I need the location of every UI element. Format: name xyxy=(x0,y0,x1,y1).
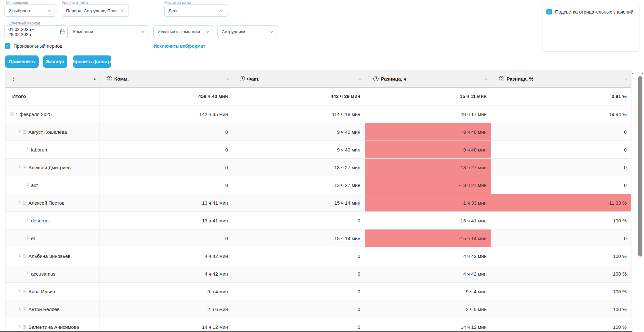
tree-branch-icon: └ xyxy=(18,130,21,134)
expand-icon[interactable]: + xyxy=(23,325,26,329)
export-button[interactable]: Экспорт xyxy=(43,55,67,68)
table-body: −1 февраля 2025142 ч 35 мин114 ч 18 мин2… xyxy=(5,105,631,332)
column-header-diff-hours[interactable]: ?Разница, ч ▲ xyxy=(365,70,491,87)
highlight-negative-checkbox[interactable]: ✓ xyxy=(546,9,552,15)
help-icon: ? xyxy=(499,76,504,81)
cell-diff-hours: 4 ч 42 мин xyxy=(365,247,491,265)
scroll-up-icon[interactable]: ▲ xyxy=(641,72,644,75)
companies-select[interactable]: Компании xyxy=(69,25,149,38)
column-header-tree[interactable]: ⋮ ▲ xyxy=(5,70,100,87)
sort-icon[interactable]: ▲ xyxy=(226,77,229,81)
tree-branch-icon: └ xyxy=(18,200,21,205)
vertical-scrollbar-thumb[interactable] xyxy=(638,76,642,257)
cell-diff-hours: 14 ч 12 мин xyxy=(365,318,491,332)
calendar-icon xyxy=(60,29,65,34)
cell-komm: 9 ч 4 мин xyxy=(100,283,233,300)
row-label: aut xyxy=(31,182,38,188)
report-period-input[interactable]: 01.02.2025 - 28.02.2025 xyxy=(5,26,58,38)
employees-placeholder: Сотрудники xyxy=(222,29,245,34)
row-label: 1 февраля 2025 xyxy=(15,112,52,117)
exclude-webformat-link[interactable]: Исключить вебформат xyxy=(154,44,205,49)
custom-period-label: Произвольный период xyxy=(14,44,62,49)
chevron-down-icon xyxy=(120,8,124,12)
horizontal-scrollbar[interactable] xyxy=(0,331,632,332)
cell-fakt: 0 xyxy=(233,265,365,282)
cell-komm: 0 xyxy=(100,141,233,158)
total-diff-hours: 15 ч 11 мин xyxy=(365,88,491,105)
column-header-komm[interactable]: ?Комм. ▲ xyxy=(100,70,233,87)
cell-diff-percent: 0 xyxy=(491,141,631,158)
cell-fakt: 13 ч 27 мин xyxy=(233,176,365,194)
expand-icon[interactable]: + xyxy=(23,290,26,293)
sort-icon[interactable]: ▲ xyxy=(359,77,362,81)
reset-filters-button[interactable]: Сбросить фильтры xyxy=(73,55,111,68)
cell-diff-hours: 4 ч 42 мин xyxy=(365,265,491,282)
row-label: Альбина Зиновьев xyxy=(28,253,71,259)
employees-select[interactable]: Сотрудники xyxy=(217,25,278,38)
collapse-icon[interactable]: − xyxy=(23,254,26,258)
help-icon: ? xyxy=(240,76,245,81)
row-label: Алексей Дмитриев xyxy=(28,165,71,170)
report-levels-value: Период, Сотрудник, Проект xyxy=(66,8,118,13)
cell-komm: 13 ч 41 мин xyxy=(100,194,233,211)
date-scale-select[interactable]: День xyxy=(164,5,228,17)
column-header-fakt[interactable]: ?Факт. ▲ xyxy=(233,70,365,87)
report-levels-select[interactable]: Период, Сотрудник, Проект xyxy=(62,5,129,17)
tree-branch-icon: └ xyxy=(18,289,21,294)
table-row: └−Август Кошелева09 ч 40 мин-9 ч 40 мин0 xyxy=(5,123,631,141)
table-row: └deserunt13 ч 41 мин013 ч 41 мин100 % xyxy=(5,212,631,229)
cell-fakt: 0 xyxy=(233,247,365,265)
cell-diff-percent: 100 % xyxy=(491,212,631,229)
cell-fakt: 9 ч 40 мин xyxy=(233,141,365,158)
date-scale-label: Масштаб даты xyxy=(164,0,191,5)
row-label: Анна Ильин xyxy=(28,289,55,294)
cell-diff-hours: -9 ч 40 мин xyxy=(365,141,491,158)
table-row: └−Алексей Дмитриев013 ч 27 мин-13 ч 27 м… xyxy=(5,159,631,176)
cell-komm: 0 xyxy=(100,159,233,176)
calendar-button[interactable] xyxy=(58,26,67,38)
row-label: laborum xyxy=(31,147,48,152)
cell-diff-hours: -15 ч 14 мин xyxy=(365,229,491,247)
apply-button[interactable]: Применить xyxy=(5,55,39,68)
total-komm: 458 ч 40 мин xyxy=(100,88,233,105)
row-label: et xyxy=(31,236,35,241)
help-icon: ? xyxy=(373,76,379,81)
time-type-select[interactable]: 2 выбрано xyxy=(5,5,56,17)
row-label: deserunt xyxy=(31,218,50,223)
cell-fakt: 13 ч 27 мин xyxy=(233,159,365,176)
sort-asc-icon-active[interactable]: ▲ xyxy=(93,77,96,81)
column-menu-icon[interactable]: ⋮ xyxy=(11,76,16,82)
cell-komm: 0 xyxy=(100,229,233,247)
column-header-diff-percent[interactable]: ?Разница, % ▲ xyxy=(491,70,631,87)
total-label: Итого xyxy=(12,93,26,99)
cell-komm: 4 ч 42 мин xyxy=(100,247,233,265)
checkmark-icon: ✓ xyxy=(6,44,9,48)
cell-diff-percent: 0 xyxy=(491,176,631,194)
scroll-up-icon[interactable]: ▲ xyxy=(631,72,634,75)
column-header-label: Разница, ч xyxy=(381,76,406,82)
row-label: Алексей Пестов xyxy=(28,200,64,206)
cell-fakt: 15 ч 14 мин xyxy=(233,229,365,247)
chevron-down-icon xyxy=(48,8,51,12)
sort-icon[interactable]: ▲ xyxy=(625,77,628,81)
expand-icon[interactable]: + xyxy=(23,308,26,311)
sort-icon[interactable]: ▲ xyxy=(485,77,488,81)
chevron-down-icon xyxy=(140,29,144,33)
cell-diff-percent: -11.33 % xyxy=(491,194,631,211)
cell-diff-hours: 9 ч 4 мин xyxy=(365,283,491,300)
collapse-icon[interactable]: − xyxy=(23,130,26,134)
checkmark-icon: ✓ xyxy=(547,9,551,14)
time-type-label: Тип времени xyxy=(5,0,28,5)
chevron-down-icon xyxy=(219,8,223,12)
cell-diff-hours: -9 ч 40 мин xyxy=(365,123,491,141)
column-header-label: Комм. xyxy=(114,76,129,82)
cell-fakt: 0 xyxy=(233,283,365,300)
tree-branch-icon: └ xyxy=(26,236,29,241)
collapse-icon[interactable]: − xyxy=(10,112,14,116)
custom-period-checkbox[interactable]: ✓ xyxy=(5,43,10,49)
cell-fakt: 0 xyxy=(233,212,365,229)
collapse-icon[interactable]: − xyxy=(23,166,26,169)
collapse-icon[interactable]: − xyxy=(23,201,26,205)
highlight-negative-card: ✓ Подсветка отрицательных значений xyxy=(543,5,639,52)
exclude-companies-select[interactable]: Исключить компании xyxy=(153,25,214,38)
